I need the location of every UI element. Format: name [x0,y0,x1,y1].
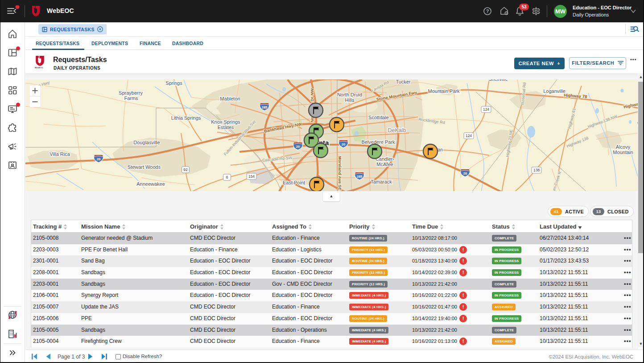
svg-text:Moreland Ave SE: Moreland Ave SE [338,156,343,191]
svg-text:Knox Springs: Knox Springs [211,119,240,125]
svg-text:Snellville: Snellville [488,79,508,82]
svg-text:6: 6 [226,175,228,179]
svg-text:Villa Rica: Villa Rica [50,151,70,157]
svg-text:Mableton: Mableton [220,96,240,101]
svg-text:Estates: Estates [218,125,234,130]
svg-text:Alcovy: Alcovy [616,144,631,150]
svg-text:Mountain Park: Mountain Park [428,88,460,94]
svg-text:20: 20 [296,145,300,149]
svg-text:Sprayberry: Sprayberry [119,90,143,96]
svg-text:Hills: Hills [345,97,355,103]
svg-text:Mountain: Mountain [613,150,633,155]
svg-text:285: 285 [357,175,363,179]
svg-text:20: 20 [97,157,100,161]
svg-text:East Point: East Point [283,180,305,185]
svg-text:Scottdale: Scottdale [368,115,389,120]
svg-text:92: 92 [183,167,188,172]
svg-text:Stewart Woods: Stewart Woods [128,164,161,170]
svg-text:Anneewakee: Anneewakee [136,181,165,187]
svg-text:138: 138 [533,168,540,172]
svg-text:Farms: Farms [124,96,138,101]
svg-text:Tucker: Tucker [396,79,411,84]
svg-text:Loganville: Loganville [543,88,566,94]
svg-text:Lithia Springs: Lithia Springs [171,115,201,121]
svg-text:?: ? [486,8,489,14]
svg-text:20: 20 [463,171,467,175]
svg-text:DeKalb: DeKalb [388,127,406,134]
svg-text:20: 20 [342,142,345,146]
svg-text:McAfee: McAfee [376,162,393,167]
svg-text:154: 154 [248,174,255,179]
svg-text:285: 285 [262,105,268,109]
svg-text:124: 124 [466,134,472,138]
svg-text:Belvedere Park: Belvedere Park [361,139,395,145]
svg-text:Springs: Springs [165,80,182,86]
svg-text:124: 124 [483,107,489,112]
svg-text:Douglasville: Douglasville [133,140,160,145]
svg-text:Tamarack: Tamarack [371,179,392,184]
svg-text:North Druid: North Druid [337,92,362,97]
